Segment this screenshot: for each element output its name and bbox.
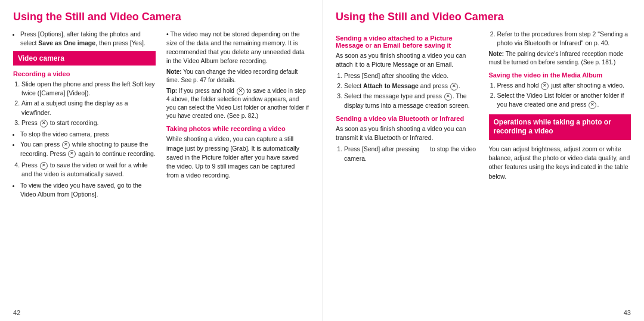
recording-bullet-1: To stop the video camera, press (20, 130, 156, 139)
note-pairing: Note: The pairing device's Infrared rece… (489, 50, 631, 67)
right-col1: Sending a video attached to a Picture Me… (336, 30, 478, 183)
recording-steps: Slide open the phone and press the left … (13, 80, 156, 127)
taking-photos-heading: Taking photos while recording a video (166, 125, 309, 132)
sending-bluetooth-steps: Press [Send] after pressing to stop the … (336, 145, 478, 163)
ok-icon-7: ✕ (541, 82, 549, 90)
note-video-storage: • The video may not be stored depending … (166, 30, 309, 66)
ok-icon-4: ✕ (40, 162, 48, 170)
ops-body: You can adjust brightness, adjust zoom o… (489, 145, 631, 181)
ok-icon-5: ✕ (450, 83, 458, 91)
saving-step-1: Press and hold ✕ just after shooting a v… (497, 81, 631, 90)
left-page: Using the Still and Video Camera Press [… (0, 0, 322, 321)
ok-icon-tip: ✕ (237, 88, 244, 95)
ok-icon-6: ✕ (444, 93, 452, 101)
intro-list: Press [Options], after taking the photos… (13, 30, 156, 48)
recording-bullets-2: To view the video you have saved, go to … (13, 181, 156, 199)
send-step-1: Press [Send] after shooting the video. (344, 71, 478, 80)
intro-item: Press [Options], after taking the photos… (20, 30, 156, 48)
taking-photos-body: While shooting a video, you can capture … (166, 135, 309, 180)
refer-steps: Refer to the procedures from step 2 "Sen… (489, 30, 631, 48)
ops-header: Operations while taking a photo or recor… (489, 114, 631, 140)
sending-attached-body: As soon as you finish shooting a video y… (336, 51, 478, 69)
send-step-3: Select the message type and press ✕. The… (344, 92, 478, 110)
sending-attached-steps: Press [Send] after shooting the video. S… (336, 71, 478, 110)
right-col2: Refer to the procedures from step 2 "Sen… (489, 30, 631, 183)
page-number-left: 42 (13, 309, 20, 316)
left-col1: Press [Options], after taking the photos… (13, 30, 156, 202)
page-number-right: 43 (624, 309, 631, 316)
saving-step-2: Select the Video List folder or another … (497, 91, 631, 109)
recording-bullet-2: You can press ✕ while shooting to pause … (20, 140, 156, 158)
right-page: Using the Still and Video Camera Sending… (322, 0, 644, 321)
left-col2: • The video may not be stored depending … (166, 30, 309, 202)
recording-bullets: To stop the video camera, press You can … (13, 130, 156, 158)
send-step-2: Select Attach to Message and press ✕. (344, 82, 478, 91)
video-camera-header: Video camera (13, 51, 156, 66)
ok-icon-8: ✕ (589, 101, 596, 109)
right-title: Using the Still and Video Camera (336, 11, 631, 24)
sending-bluetooth-body: As soon as you finish shooting a video y… (336, 124, 478, 142)
recording-step-1: Slide open the phone and press the left … (21, 80, 156, 98)
sending-attached-heading: Sending a video attached to a Picture Me… (336, 35, 478, 49)
recording-step-4: Press ✕ to save the video or wait for a … (21, 161, 156, 179)
sending-bluetooth-heading: Sending a video via Bluetooth or Infrare… (336, 115, 478, 122)
recording-heading: Recording a video (13, 70, 156, 77)
recording-bullet-3: To view the video you have saved, go to … (20, 181, 156, 199)
recording-steps-cont: Press ✕ to save the video or wait for a … (13, 161, 156, 179)
recording-step-2: Aim at a subject using the display as a … (21, 99, 156, 117)
ok-icon-3: ✕ (68, 150, 76, 158)
left-title: Using the Still and Video Camera (13, 11, 309, 24)
note-recording-time: Note: You can change the video recording… (166, 68, 309, 85)
refer-step-2: Refer to the procedures from step 2 "Sen… (497, 30, 631, 48)
tip-hold: Tip: If you press and hold ✕ to save a v… (166, 87, 309, 120)
saving-heading: Saving the video in the Media Album (489, 71, 631, 79)
saving-steps: Press and hold ✕ just after shooting a v… (489, 81, 631, 110)
ok-icon: ✕ (40, 120, 48, 127)
recording-step-3: Press ✕ to start recording. (21, 119, 156, 127)
ok-icon-2: ✕ (62, 141, 70, 149)
bt-step-1: Press [Send] after pressing to stop the … (344, 145, 478, 163)
